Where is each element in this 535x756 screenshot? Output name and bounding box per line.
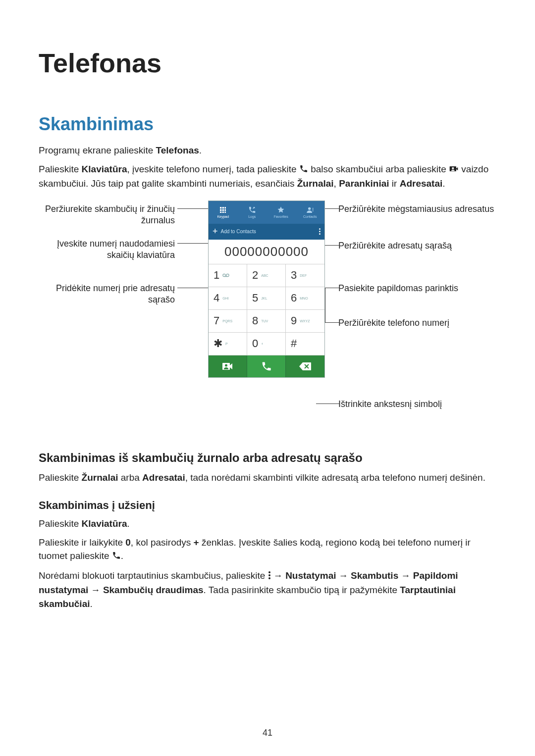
key-3[interactable]: 3DEF [286,264,324,287]
page-title: Telefonas [39,48,496,78]
video-call-icon [449,163,459,177]
text: , kol pasirodys [131,537,194,548]
tab-label: Contacts [303,215,317,218]
svg-rect-0 [220,207,221,208]
key-4[interactable]: 4GHI [209,287,247,310]
key-1[interactable]: 1 [209,264,247,287]
text: → [398,570,413,581]
body-text-intl-3: Norėdami blokuoti tarptautinius skambuči… [39,569,496,611]
svg-rect-8 [225,211,226,213]
text: . [121,551,123,561]
text: → [336,570,351,581]
person-icon [306,206,314,214]
text-bold: Klaviatūra [82,518,127,529]
body-text-instructions: Palieskite Klaviatūra, įveskite telefono… [39,162,496,191]
label-more-options: Pasiekite papildomas parinktis [338,283,494,294]
svg-point-13 [223,274,225,276]
subsection-intl-heading: Skambinimas į užsienį [39,499,496,512]
svg-rect-12 [312,210,313,211]
svg-rect-7 [222,211,224,213]
text-bold: Žurnalai [82,472,118,483]
text-bold: Parankiniai [339,178,389,189]
svg-point-14 [226,274,229,276]
text: Palieskite [39,518,82,529]
text-bold: Žurnalai [297,178,334,189]
key-0[interactable]: 0+ [247,333,286,355]
video-call-button[interactable] [209,355,247,377]
text: → [88,585,103,595]
label-logs: Peržiurekite skambučių ir žinučių žurnal… [39,203,175,227]
star-icon [277,206,285,214]
more-options-icon[interactable] [319,228,321,235]
tab-keypad[interactable]: Keypad [209,201,238,224]
tab-label: Logs [248,215,256,218]
tab-favorites[interactable]: Favorites [267,201,296,224]
tab-label: Keypad [217,215,229,218]
logs-icon [248,206,256,214]
key-7[interactable]: 7PQRS [209,310,247,333]
key-9[interactable]: 9WXYZ [286,310,324,333]
text: ir [389,178,400,189]
label-add-contact: Pridėkite numerį prie adresatų sąrašo [39,283,175,306]
phone-icon [112,550,121,564]
text: , [334,178,339,189]
svg-rect-2 [225,207,226,208]
label-keypad: Įveskite numerį naudodamiesi skaičių kla… [39,238,175,261]
text: Norėdami blokuoti tarptautinius skambuči… [39,570,268,581]
text: Programų ekrane palieskite [39,145,156,155]
tab-logs[interactable]: Logs [238,201,267,224]
key-6[interactable]: 6MNO [286,287,324,310]
add-to-contacts-row[interactable]: + Add to Contacts [209,224,324,240]
text-bold: Adresatai [400,178,443,189]
svg-rect-6 [220,211,221,213]
svg-point-17 [225,364,227,366]
text-bold: + [194,537,199,548]
phone-icon [261,361,272,372]
svg-rect-11 [312,209,313,210]
dialer-keypad: 1 2ABC 3DEF 4GHI 5JKL 6MNO 7PQRS 8TUV 9W… [209,264,324,355]
video-call-icon [222,361,234,371]
key-hash[interactable]: # [286,333,324,355]
key-5[interactable]: 5JKL [247,287,286,310]
label-favorites: Peržiūrėkite mėgstamiausius adresatus [338,203,494,215]
svg-point-19 [268,574,270,576]
body-text-apps: Programų ekrane palieskite Telefonas. [39,144,496,157]
text: , įveskite telefono numerį, tada paliesk… [127,164,299,174]
key-star[interactable]: ✱P [209,333,247,355]
label-delete: Ištrinkite ankstesnį simbolį [338,399,494,410]
body-text-intl-2: Palieskite ir laikykite 0, kol pasirodys… [39,536,496,564]
text-bold: Skambutis [351,570,398,581]
svg-point-20 [268,577,270,579]
key-2[interactable]: 2ABC [247,264,286,287]
svg-rect-1 [222,207,224,208]
text: Palieskite [39,472,82,483]
key-8[interactable]: 8TUV [247,310,286,333]
svg-point-18 [268,571,270,573]
text: Palieskite ir laikykite [39,537,125,548]
body-text-intl-1: Palieskite Klaviatūra. [39,517,496,531]
voice-call-button[interactable] [247,355,286,377]
svg-rect-5 [225,209,226,211]
add-label: Add to Contacts [221,229,256,234]
text: → [271,570,286,581]
page-number: 41 [0,728,535,738]
voicemail-icon [222,273,229,278]
text: balso skambučiui arba palieskite [311,164,449,174]
tab-contacts[interactable]: Contacts [296,201,325,224]
phone-icon [299,163,308,177]
text: . [127,518,129,529]
svg-point-9 [308,207,311,210]
text: . [442,178,445,189]
backspace-button[interactable] [286,355,324,377]
svg-rect-10 [312,208,313,208]
backspace-icon [299,362,312,371]
body-text-log: Palieskite Žurnalai arba Adresatai, tada… [39,471,496,485]
text-bold: Nustatymai [285,570,336,581]
svg-rect-3 [220,209,221,211]
text-bold: Telefonas [156,145,199,155]
phone-mockup: Keypad Logs Favorites Contacts + [208,201,325,378]
text: . Tada pasirinkite skambučio tipą ir paž… [204,585,400,595]
tab-label: Favorites [274,215,288,218]
section-calling-heading: Skambinimas [39,114,496,135]
svg-rect-4 [222,209,224,211]
